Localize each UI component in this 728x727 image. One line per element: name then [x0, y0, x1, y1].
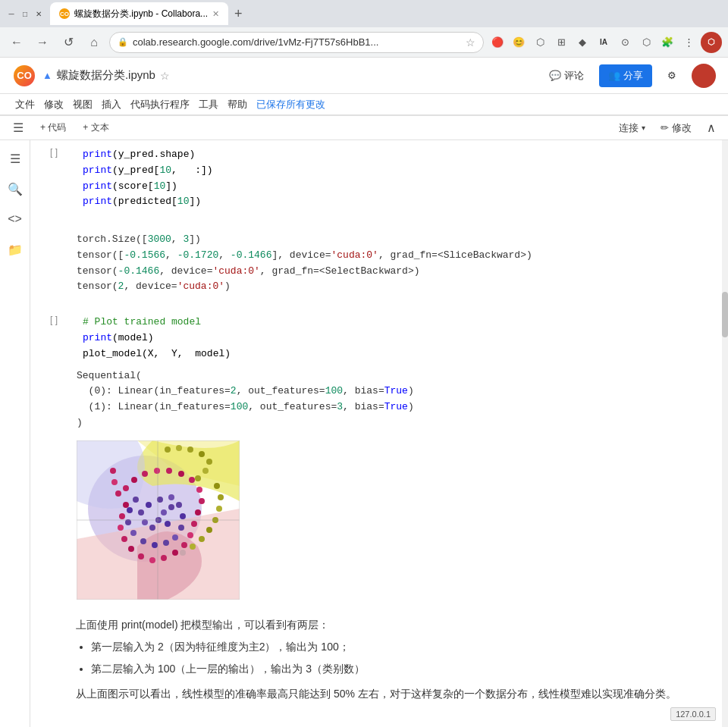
window-controls: ─ □ ✕ — [6, 8, 44, 19]
scrollbar[interactable] — [722, 140, 728, 727]
ext-icon-1[interactable]: 🔴 — [488, 33, 507, 52]
active-tab[interactable]: CO 螺旋数据分类.ipynb - Collabora... ✕ — [50, 2, 228, 25]
notebook-content: [ ] print(y_pred.shape) print(y_pred[10,… — [30, 140, 722, 727]
minimize-button[interactable]: ─ — [6, 8, 17, 19]
sidebar-toc-icon[interactable]: ☰ — [3, 146, 27, 171]
menu-help[interactable]: 帮助 — [224, 96, 250, 113]
svg-point-36 — [115, 490, 121, 497]
ext-icon-5[interactable]: ◆ — [573, 33, 592, 52]
svg-point-17 — [163, 540, 169, 546]
svg-point-16 — [172, 534, 178, 541]
add-text-label: + 文本 — [83, 121, 108, 134]
cell-2-body[interactable]: # Plot trained model print(model) plot_m… — [77, 312, 721, 365]
tab-label: 螺旋数据分类.ipynb - Collabora... — [74, 8, 208, 20]
cell-2-code: # Plot trained model print(model) plot_m… — [83, 315, 715, 362]
address-bar[interactable]: 🔒 colab.research.google.com/drive/1vMz-F… — [109, 32, 484, 53]
svg-point-26 — [181, 542, 187, 548]
notebook-star-button[interactable]: ☆ — [160, 70, 170, 82]
ext-icon-ia[interactable]: IA — [595, 33, 613, 52]
maximize-button[interactable]: □ — [20, 8, 30, 19]
svg-point-33 — [118, 525, 124, 531]
colab-logo: CO — [12, 64, 36, 88]
share-icon: 👥 — [608, 70, 620, 81]
svg-point-48 — [123, 485, 129, 491]
svg-point-32 — [121, 536, 127, 542]
edit-button[interactable]: ✏ 修改 — [654, 118, 698, 138]
svg-point-39 — [195, 509, 201, 515]
ext-icon-4[interactable]: ⊞ — [552, 33, 570, 52]
reload-button[interactable]: ↺ — [58, 32, 79, 53]
sidebar-code-icon[interactable]: <> — [3, 207, 27, 231]
svg-point-30 — [138, 553, 144, 559]
svg-point-52 — [199, 451, 205, 457]
tab-bar: CO 螺旋数据分类.ipynb - Collabora... ✕ + — [50, 2, 722, 25]
colab-actions: 💬 评论 👥 分享 ⚙ — [543, 64, 716, 88]
address-text: colab.research.google.com/drive/1vMz-Fj7… — [133, 36, 461, 48]
scrollbar-thumb[interactable] — [722, 292, 728, 337]
svg-point-61 — [199, 536, 205, 542]
ext-icon-puzzle[interactable]: 🧩 — [658, 33, 676, 52]
svg-point-13 — [176, 502, 182, 508]
collapse-button[interactable]: ∧ — [701, 118, 722, 138]
menu-view[interactable]: 视图 — [70, 96, 96, 113]
cell-2-output-text: Sequential( (0): Linear(in_features=2, o… — [31, 365, 721, 434]
svg-point-9 — [138, 509, 144, 515]
cell-1-body[interactable]: print(y_pred.shape) print(y_pred[10, :])… — [77, 144, 721, 213]
svg-point-35 — [123, 502, 129, 508]
settings-icon: ⚙ — [667, 70, 676, 81]
menu-insert[interactable]: 插入 — [99, 96, 124, 113]
ext-icon-menu[interactable]: ⋮ — [679, 33, 698, 52]
ext-icon-7[interactable]: ⬡ — [637, 33, 655, 52]
saved-indicator: 已保存所有更改 — [256, 98, 325, 111]
new-tab-button[interactable]: + — [231, 6, 246, 22]
menu-edit[interactable]: 修改 — [41, 96, 67, 113]
menu-tools[interactable]: 工具 — [196, 96, 221, 113]
edit-label: 修改 — [672, 121, 692, 135]
menu-runtime[interactable]: 代码执行程序 — [127, 96, 193, 113]
share-button[interactable]: 👥 分享 — [599, 64, 652, 87]
menu-bar: 文件 修改 视图 插入 代码执行程序 工具 帮助 已保存所有更改 — [0, 94, 728, 115]
forward-button[interactable]: → — [32, 32, 53, 53]
sidebar-folder-icon[interactable]: 📁 — [3, 237, 27, 262]
svg-point-31 — [128, 546, 134, 552]
sidebar-search-icon[interactable]: 🔍 — [3, 177, 27, 201]
svg-point-53 — [187, 447, 193, 453]
ext-icon-2[interactable]: 😊 — [510, 33, 528, 52]
svg-point-19 — [140, 538, 146, 544]
svg-point-46 — [142, 471, 148, 477]
comment-icon: 💬 — [549, 70, 561, 81]
close-button[interactable]: ✕ — [33, 8, 44, 19]
settings-button[interactable]: ⚙ — [661, 67, 682, 84]
menu-file[interactable]: 文件 — [12, 96, 38, 113]
share-label: 分享 — [623, 69, 643, 83]
text-paragraph-2: 从上面图示可以看出，线性模型的准确率最高只能达到 50% 左右，对于这样复杂的一… — [76, 685, 676, 703]
ext-icon-6[interactable]: ⊙ — [616, 33, 634, 52]
profile-avatar[interactable]: ⬡ — [701, 32, 722, 53]
add-text-button[interactable]: + 文本 — [76, 118, 115, 137]
svg-point-7 — [149, 525, 155, 531]
home-button[interactable]: ⌂ — [83, 32, 105, 53]
svg-point-10 — [146, 502, 152, 508]
text-paragraph-1: 上面使用 print(model) 把模型输出，可以看到有两层： — [76, 616, 676, 635]
colab-header-area: CO ▲ 螺旋数据分类.ipynb ☆ 💬 评论 👥 分享 ⚙ 文件 修改 视图 — [0, 58, 728, 116]
svg-point-25 — [187, 532, 193, 538]
tab-close-button[interactable]: ✕ — [212, 9, 219, 19]
add-code-label: + 代码 — [40, 121, 66, 134]
add-code-button[interactable]: + 代码 — [33, 118, 73, 137]
back-button[interactable]: ← — [6, 32, 27, 53]
svg-point-47 — [131, 477, 137, 483]
svg-point-37 — [111, 479, 118, 485]
svg-point-57 — [218, 494, 224, 500]
bookmark-icon[interactable]: ☆ — [466, 36, 475, 49]
colab-header: CO ▲ 螺旋数据分类.ipynb ☆ 💬 评论 👥 分享 ⚙ — [0, 58, 728, 94]
comment-button[interactable]: 💬 评论 — [543, 66, 590, 86]
user-avatar[interactable] — [692, 64, 716, 88]
colab-toolbar: ☰ + 代码 + 文本 连接 ▾ ✏ 修改 ∧ — [0, 116, 728, 140]
svg-point-42 — [189, 477, 195, 483]
svg-point-14 — [180, 513, 186, 519]
comment-label: 评论 — [564, 69, 584, 83]
connect-dropdown-icon[interactable]: ▾ — [642, 124, 645, 132]
sidebar-toggle-icon[interactable]: ☰ — [6, 116, 30, 140]
connect-button[interactable]: 连接 ▾ — [613, 118, 651, 138]
ext-icon-3[interactable]: ⬡ — [531, 33, 549, 52]
